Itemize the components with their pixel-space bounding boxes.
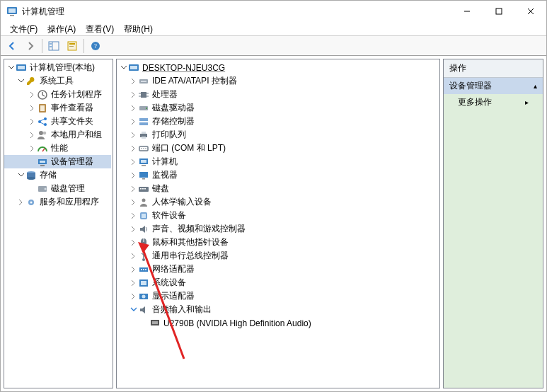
menubar: 文件(F) 操作(A) 查看(V) 帮助(H) <box>1 22 546 36</box>
nav-disk-mgmt-label: 磁盘管理 <box>51 183 85 195</box>
dev-ports[interactable]: 端口 (COM 和 LPT) <box>117 142 438 155</box>
monitor-icon <box>138 170 149 181</box>
toggle-expanded-icon[interactable] <box>16 76 25 86</box>
dev-storctrl[interactable]: 存储控制器 <box>117 115 438 128</box>
toggle-collapsed-icon[interactable] <box>27 144 37 154</box>
nav-services-apps[interactable]: 服务和应用程序 <box>4 195 111 209</box>
nav-shared-folders[interactable]: 共享文件夹 <box>4 115 111 128</box>
storctrl-icon <box>138 116 149 127</box>
toggle-expanded-icon[interactable] <box>128 305 138 315</box>
toggle-expanded-icon[interactable] <box>6 63 16 73</box>
toggle-collapsed-icon[interactable] <box>128 90 138 100</box>
nav-storage[interactable]: 存储 <box>4 168 111 182</box>
nav-back-button[interactable] <box>4 38 21 54</box>
toggle-expanded-icon[interactable] <box>118 63 128 73</box>
dev-monitor[interactable]: 监视器 <box>117 168 438 182</box>
help-button[interactable]: ? <box>87 38 104 54</box>
nav-system-tools-label: 系统工具 <box>40 75 74 87</box>
toggle-collapsed-icon[interactable] <box>128 278 138 288</box>
svg-rect-12 <box>69 43 75 45</box>
dev-software[interactable]: 软件设备 <box>117 209 438 222</box>
toggle-collapsed-icon[interactable] <box>128 157 138 167</box>
toggle-collapsed-icon[interactable] <box>128 197 138 207</box>
svg-rect-65 <box>144 188 146 190</box>
toggle-collapsed-icon[interactable] <box>128 211 138 221</box>
device-host[interactable]: DESKTOP-NJEU3CG <box>117 61 438 74</box>
actions-section[interactable]: 设备管理器 ▴ <box>444 78 543 94</box>
nav-disk-mgmt[interactable]: 磁盘管理 <box>4 182 111 195</box>
toggle-collapsed-icon[interactable] <box>128 238 138 248</box>
svg-rect-74 <box>143 269 144 270</box>
toggle-expanded-icon[interactable] <box>16 171 25 180</box>
svg-rect-77 <box>141 281 146 285</box>
toggle-collapsed-icon[interactable] <box>27 130 37 140</box>
nav-system-tools[interactable]: 系统工具 <box>4 74 111 88</box>
nav-performance[interactable]: 性能 <box>4 142 111 155</box>
dev-ide[interactable]: IDE ATA/ATAPI 控制器 <box>117 74 438 88</box>
toggle-collapsed-icon[interactable] <box>128 76 138 86</box>
dev-computer[interactable]: 计算机 <box>117 155 438 168</box>
network-icon <box>138 264 149 275</box>
toggle-collapsed-icon[interactable] <box>16 197 25 207</box>
dev-diskdrv[interactable]: 磁盘驱动器 <box>117 101 438 115</box>
actions-more-label: 更多操作 <box>458 96 492 108</box>
dev-usb[interactable]: 通用串行总线控制器 <box>117 249 438 263</box>
toggle-collapsed-icon[interactable] <box>128 184 138 194</box>
dev-audioio[interactable]: 音频输入和输出 <box>117 303 438 316</box>
nav-task-scheduler[interactable]: 任务计划程序 <box>4 88 111 101</box>
toggle-collapsed-icon[interactable] <box>27 103 37 113</box>
dev-printq[interactable]: 打印队列 <box>117 128 438 142</box>
dev-audiodev[interactable]: U2790B (NVIDIA High Definition Audio) <box>117 316 438 330</box>
toggle-collapsed-icon[interactable] <box>27 117 37 127</box>
dev-netadp[interactable]: 网络适配器 <box>117 263 438 276</box>
properties-button[interactable] <box>64 38 81 54</box>
toggle-collapsed-icon[interactable] <box>128 117 138 127</box>
toggle-collapsed-icon[interactable] <box>128 224 138 234</box>
dev-hid-label: 人体学输入设备 <box>152 196 212 208</box>
nav-forward-button[interactable] <box>22 38 39 54</box>
dev-sysdev[interactable]: 系统设备 <box>117 276 438 289</box>
toggle-collapsed-icon[interactable] <box>128 265 138 275</box>
toggle-collapsed-icon[interactable] <box>128 103 138 113</box>
toggle-collapsed-icon[interactable] <box>128 144 138 154</box>
toggle-collapsed-icon[interactable] <box>27 90 37 100</box>
dev-sound[interactable]: 声音、视频和游戏控制器 <box>117 222 438 236</box>
minimize-button[interactable] <box>451 1 483 22</box>
toggle-collapsed-icon[interactable] <box>128 130 138 140</box>
svg-point-55 <box>143 148 144 149</box>
dev-diskdrv-label: 磁盘驱动器 <box>152 102 195 114</box>
actions-more[interactable]: 更多操作 ▸ <box>444 94 543 110</box>
maximize-button[interactable] <box>483 1 514 22</box>
svg-rect-49 <box>139 122 148 125</box>
dev-cpu[interactable]: 处理器 <box>117 88 438 101</box>
nav-event-viewer[interactable]: 事件查看器 <box>4 101 111 115</box>
nav-device-manager[interactable]: 设备管理器 <box>4 155 111 168</box>
audio-device-icon <box>149 318 161 329</box>
svg-rect-73 <box>141 269 142 270</box>
toggle-collapsed-icon[interactable] <box>128 292 138 301</box>
keyboard-icon <box>138 183 149 195</box>
actions-pane: 操作 设备管理器 ▴ 更多操作 ▸ <box>443 59 543 388</box>
no-children-icon <box>27 184 37 194</box>
close-button[interactable] <box>514 1 546 22</box>
window-title: 计算机管理 <box>22 6 451 18</box>
svg-rect-63 <box>140 188 142 190</box>
menu-action[interactable]: 操作(A) <box>42 22 81 36</box>
share-icon <box>37 116 48 127</box>
dev-display[interactable]: 显示适配器 <box>117 289 438 303</box>
toggle-collapsed-icon[interactable] <box>128 171 138 180</box>
menu-view[interactable]: 查看(V) <box>81 22 119 36</box>
svg-rect-1 <box>8 8 16 13</box>
nav-local-users[interactable]: 本地用户和组 <box>4 128 111 142</box>
dev-keyboard[interactable]: 键盘 <box>117 182 438 195</box>
svg-rect-51 <box>142 132 146 134</box>
nav-tree[interactable]: 计算机管理(本地) 系统工具 任务计划程序 事件查看器 共享文件 <box>4 59 113 210</box>
toggle-collapsed-icon[interactable] <box>128 251 138 261</box>
dev-hid[interactable]: 人体学输入设备 <box>117 195 438 209</box>
menu-file[interactable]: 文件(F) <box>5 22 42 36</box>
device-tree[interactable]: DESKTOP-NJEU3CG IDE ATA/ATAPI 控制器 处理器 磁盘… <box>117 59 439 331</box>
menu-help[interactable]: 帮助(H) <box>119 22 158 36</box>
show-hide-tree-button[interactable] <box>45 38 62 54</box>
nav-root[interactable]: 计算机管理(本地) <box>4 61 111 74</box>
dev-mouse[interactable]: 鼠标和其他指针设备 <box>117 236 438 249</box>
